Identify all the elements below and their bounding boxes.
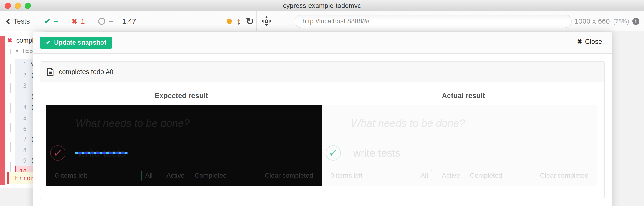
window-close-button[interactable] [5,2,11,9]
toolbar-divider [37,11,37,31]
todo-footer: 0 items left All Active Completed Clear … [46,165,322,186]
url-bar [294,14,572,28]
todo-item-label: write tests [78,147,125,159]
todo-item-row: ✓ write tests [46,141,322,165]
filter-active: Active [442,172,460,179]
document-icon [47,68,54,76]
todo-item-label: write tests [353,147,400,159]
todo-input-placeholder: What needs to be done? [351,117,465,129]
items-left-count: 0 items left [330,172,362,179]
caret-down-icon: ▾ [16,48,18,54]
failed-test-strip [0,36,5,185]
results-headings: Expected result Actual result [40,92,604,100]
failed-count: 1 [81,17,85,25]
pending-count: -- [108,17,113,25]
close-x-icon: ✖ [577,38,582,45]
todo-footer: 0 items left All Active Completed Clear … [322,165,597,186]
snapshot-test-title: completes todo #0 [59,68,113,76]
tests-failed-stat[interactable]: ✖ 1 [72,11,85,31]
filter-all: All [142,170,156,181]
chevron-left-icon [6,18,12,24]
info-icon[interactable]: i [632,17,640,25]
todo-complete-toggle: ✓ [50,145,66,161]
toolbar-divider [256,11,256,31]
runner-toolbar: Tests ✔ -- ✖ 1 -- 1.47 ↕ ↻ [0,11,644,31]
line-number: 4 [15,104,27,111]
line-number: 8 [15,147,27,154]
line-number: 9 [15,157,27,164]
actual-snapshot: What needs to be done? ✓ write tests 0 i… [322,105,597,186]
filter-completed: Completed [194,172,227,179]
diff-strikethrough-highlight [76,153,128,154]
line-number: 2 [15,72,27,78]
tests-passed-stat[interactable]: ✔ -- [44,11,58,31]
section-label: TES [22,48,33,54]
filter-completed: Completed [470,172,502,179]
actual-result-heading: Actual result [322,92,605,100]
test-body-section-toggle[interactable]: ▾ TES [16,48,33,54]
tests-pending-stat[interactable]: -- [98,11,113,31]
window-titlebar: cypress-example-todomvc [0,0,644,11]
selector-playground-button[interactable] [260,11,273,31]
url-input[interactable] [295,15,571,28]
line-number: 5 [15,114,27,121]
snapshot-card-header: completes todo #0 [40,62,604,82]
line-number: 1 [15,61,27,68]
close-label: Close [585,38,602,45]
viewport-info: 1000 x 660 (78%) i [574,11,640,31]
passed-check-icon: ✔ [44,17,50,25]
items-left-count: 0 items left [55,172,87,179]
close-panel-button[interactable]: ✖ Close [577,38,602,45]
scroll-updown-icon[interactable]: ↕ [234,11,244,31]
toolbar-divider [142,11,142,31]
snapshots-row: What needs to be done? ✓ write tests [40,105,604,199]
expected-snapshot: What needs to be done? ✓ write tests [46,105,322,186]
viewport-size: 1000 x 660 [574,17,610,25]
passed-count: -- [54,17,58,25]
snapshot-card: completes todo #0 Expected result Actual… [40,61,605,199]
test-title-truncated: compl [16,37,34,44]
line-number: 7 [15,136,27,143]
window-minimize-button[interactable] [15,2,21,9]
expected-result-heading: Expected result [40,92,322,100]
test-fail-x-icon: ✖ [7,37,12,44]
check-icon: ✓ [53,146,63,160]
update-snapshot-label: Update snapshot [54,39,106,46]
todo-item-text: write tests [353,147,400,159]
indent-guide-line [10,49,11,183]
crosshair-icon [261,16,272,26]
window-title: cypress-example-todomvc [283,2,361,9]
update-snapshot-button[interactable]: ✔ Update snapshot [40,37,112,48]
todo-item-row: ✓ write tests [322,141,597,165]
todo-complete-toggle: ✓ [326,145,341,161]
auto-scroll-indicator-dot [227,18,232,24]
todo-input-area: What needs to be done? [322,105,597,141]
filter-all: All [417,170,432,181]
check-icon: ✔ [46,39,51,46]
back-label: Tests [14,17,30,25]
window-zoom-button[interactable] [25,2,31,9]
pending-circle-icon [98,17,105,25]
snapshot-panel-body: completes todo #0 Expected result Actual… [33,53,612,199]
clear-completed-button: Clear completed [264,172,313,179]
todo-input-placeholder: What needs to be done? [76,117,190,129]
snapshot-diff-panel: ✔ Update snapshot ✖ Close compl [33,32,612,206]
back-to-tests-button[interactable]: Tests [0,11,37,31]
viewport-scale: (78%) [613,18,629,25]
line-number: 6 [15,125,27,132]
run-duration: 1.47 [116,11,142,31]
filter-active: Active [166,172,184,179]
todo-input-area: What needs to be done? [46,105,322,141]
refresh-icon[interactable]: ↻ [244,11,256,31]
failed-x-icon: ✖ [72,17,78,25]
failed-test-row[interactable]: ✖ compl [7,37,34,44]
clear-completed-button: Clear completed [540,172,588,179]
app-root: cypress-example-todomvc Tests ✔ -- ✖ 1 -… [0,0,644,206]
check-icon: ✓ [328,146,338,160]
line-number: 3 [15,82,27,89]
snapshot-panel-header: ✔ Update snapshot ✖ Close [33,32,612,53]
